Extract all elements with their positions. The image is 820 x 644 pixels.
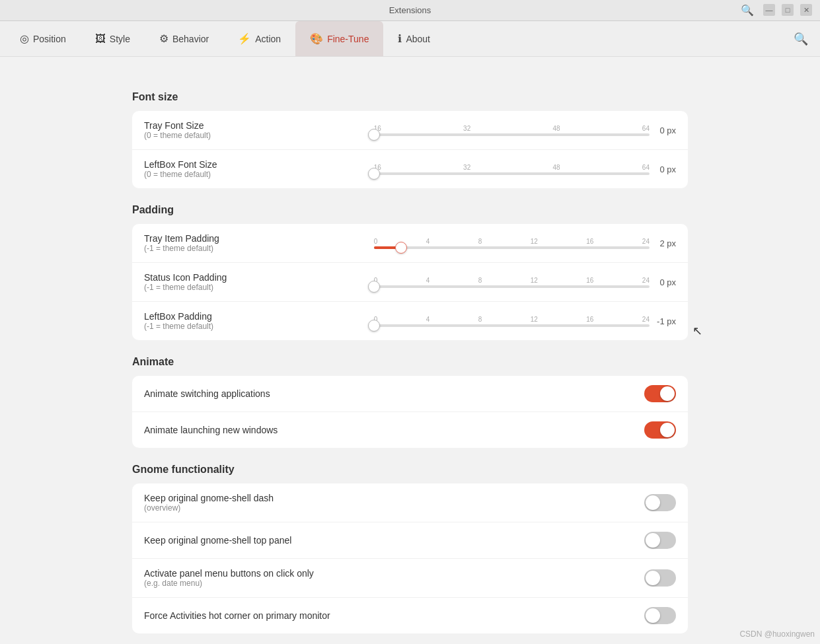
- leftbox-padding-label: LeftBox Padding (-1 = theme default): [144, 311, 374, 331]
- gnome-top-panel-toggle[interactable]: [644, 532, 676, 549]
- fine-tune-icon: 🎨: [310, 32, 323, 45]
- tray-font-size-track-wrap: 16 32 48 64: [374, 125, 650, 136]
- gnome-dash-row: Keep original gnome-shell dash (overview…: [132, 483, 688, 522]
- titlebar-search-icon[interactable]: 🔍: [741, 4, 754, 17]
- close-button[interactable]: ✕: [800, 4, 812, 16]
- gnome-top-panel-label: Keep original gnome-shell top panel: [144, 535, 644, 546]
- style-icon: 🖼: [95, 33, 106, 45]
- panel-menu-row: Activate panel menu buttons on click onl…: [132, 559, 688, 598]
- activities-corner-toggle[interactable]: [644, 607, 676, 624]
- gnome-dash-label: Keep original gnome-shell dash (overview…: [144, 493, 644, 513]
- gnome-dash-knob: [646, 495, 660, 510]
- tray-item-padding-value: 2 px: [650, 238, 676, 248]
- animate-launching-toggle[interactable]: [644, 421, 676, 439]
- status-icon-padding-track[interactable]: [374, 285, 650, 288]
- padding-card: Tray Item Padding (-1 = theme default) 0…: [132, 224, 688, 340]
- tray-font-size-value: 0 px: [650, 125, 676, 135]
- tray-item-padding-slider-container: 0 4 8 12 16 24: [374, 238, 650, 249]
- leftbox-font-size-track[interactable]: [374, 172, 650, 175]
- gnome-section-title: Gnome functionality: [132, 464, 688, 476]
- tray-font-size-slider-container: 16 32 48 64: [374, 125, 650, 136]
- tray-font-size-sub: (0 = theme default): [144, 131, 374, 140]
- main-content: Font size Tray Font Size (0 = theme defa…: [0, 57, 820, 644]
- tab-position-label: Position: [33, 34, 66, 44]
- leftbox-font-size-slider-container: 16 32 48 64: [374, 164, 650, 175]
- animate-switching-title: Animate switching applications: [144, 388, 644, 399]
- tab-fine-tune[interactable]: 🎨 Fine-Tune: [295, 21, 383, 56]
- animate-switching-toggle[interactable]: [644, 385, 676, 402]
- tray-font-size-marks: 16 32 48 64: [374, 125, 650, 132]
- leftbox-font-size-row: LeftBox Font Size (0 = theme default) 16…: [132, 150, 688, 188]
- status-icon-padding-sub: (-1 = theme default): [144, 283, 374, 292]
- activities-corner-label: Force Activities hot corner on primary m…: [144, 610, 644, 621]
- tab-style-label: Style: [110, 34, 130, 44]
- tray-font-size-row: Tray Font Size (0 = theme default) 16 32…: [132, 111, 688, 150]
- tab-fine-tune-label: Fine-Tune: [327, 34, 369, 44]
- gnome-dash-title: Keep original gnome-shell dash: [144, 493, 644, 503]
- behavior-icon: ⚙: [159, 32, 168, 45]
- status-icon-padding-slider-container: 0 4 8 12 16 24: [374, 277, 650, 288]
- animate-switching-label: Animate switching applications: [144, 388, 644, 399]
- animate-switching-knob: [660, 386, 675, 401]
- leftbox-padding-row: LeftBox Padding (-1 = theme default) 0 4…: [132, 302, 688, 340]
- gnome-top-panel-row: Keep original gnome-shell top panel: [132, 522, 688, 559]
- tray-font-size-track[interactable]: [374, 133, 650, 136]
- tray-item-padding-label: Tray Item Padding (-1 = theme default): [144, 233, 374, 253]
- panel-menu-sub: (e.g. date menu): [144, 579, 644, 588]
- gnome-top-panel-knob: [646, 533, 660, 548]
- leftbox-font-size-track-wrap: 16 32 48 64: [374, 164, 650, 175]
- tray-font-size-label: Tray Font Size (0 = theme default): [144, 120, 374, 140]
- animate-card: Animate switching applications Animate l…: [132, 376, 688, 448]
- activities-corner-title: Force Activities hot corner on primary m…: [144, 610, 644, 621]
- animate-section-title: Animate: [132, 356, 688, 368]
- activities-corner-row: Force Activities hot corner on primary m…: [132, 598, 688, 633]
- tab-about-label: About: [406, 34, 430, 44]
- activities-corner-knob: [646, 608, 660, 623]
- leftbox-font-size-marks: 16 32 48 64: [374, 164, 650, 171]
- gnome-dash-toggle[interactable]: [644, 494, 676, 511]
- tray-font-size-title: Tray Font Size: [144, 120, 374, 131]
- animate-switching-row: Animate switching applications: [132, 376, 688, 412]
- status-icon-padding-marks: 0 4 8 12 16 24: [374, 277, 650, 284]
- animate-launching-row: Animate launching new windows: [132, 412, 688, 448]
- tab-about[interactable]: ℹ About: [383, 21, 445, 56]
- leftbox-padding-track[interactable]: [374, 324, 650, 327]
- panel-menu-knob: [646, 571, 660, 585]
- leftbox-padding-value: -1 px: [650, 316, 676, 326]
- tab-position[interactable]: ◎ Position: [5, 21, 81, 56]
- maximize-button[interactable]: □: [782, 4, 794, 16]
- animate-launching-knob: [660, 423, 675, 437]
- about-icon: ℹ: [398, 32, 402, 45]
- leftbox-padding-sub: (-1 = theme default): [144, 322, 374, 331]
- tab-behavior[interactable]: ⚙ Behavior: [145, 21, 223, 56]
- tab-style[interactable]: 🖼 Style: [81, 21, 145, 56]
- leftbox-padding-title: LeftBox Padding: [144, 311, 374, 322]
- position-icon: ◎: [20, 32, 29, 45]
- titlebar: Extensions 🔍 — □ ✕: [0, 0, 820, 21]
- leftbox-font-size-sub: (0 = theme default): [144, 170, 374, 179]
- tab-action[interactable]: ⚡ Action: [223, 21, 295, 56]
- minimize-button[interactable]: —: [763, 4, 775, 16]
- panel-menu-toggle[interactable]: [644, 569, 676, 587]
- leftbox-font-size-label: LeftBox Font Size (0 = theme default): [144, 159, 374, 179]
- panel-menu-label: Activate panel menu buttons on click onl…: [144, 568, 644, 588]
- padding-section-title: Padding: [132, 204, 688, 216]
- tray-item-padding-track[interactable]: [374, 246, 650, 249]
- leftbox-padding-marks: 0 4 8 12 16 24: [374, 316, 650, 323]
- status-icon-padding-track-wrap: 0 4 8 12 16 24: [374, 277, 650, 288]
- navbar-search-button[interactable]: 🔍: [787, 21, 815, 56]
- window-controls: 🔍 — □ ✕: [741, 4, 812, 17]
- status-icon-padding-row: Status Icon Padding (-1 = theme default)…: [132, 263, 688, 302]
- tray-item-padding-title: Tray Item Padding: [144, 233, 374, 244]
- gnome-dash-sub: (overview): [144, 503, 644, 513]
- font-size-section-title: Font size: [132, 91, 688, 103]
- gnome-top-panel-title: Keep original gnome-shell top panel: [144, 535, 644, 546]
- animate-launching-title: Animate launching new windows: [144, 425, 644, 435]
- gnome-card: Keep original gnome-shell dash (overview…: [132, 483, 688, 633]
- status-icon-padding-label: Status Icon Padding (-1 = theme default): [144, 272, 374, 292]
- panel-menu-title: Activate panel menu buttons on click onl…: [144, 568, 644, 579]
- leftbox-padding-slider-container: 0 4 8 12 16 24: [374, 316, 650, 327]
- tab-action-label: Action: [255, 34, 281, 44]
- font-size-card: Tray Font Size (0 = theme default) 16 32…: [132, 111, 688, 188]
- tray-item-padding-marks: 0 4 8 12 16 24: [374, 238, 650, 245]
